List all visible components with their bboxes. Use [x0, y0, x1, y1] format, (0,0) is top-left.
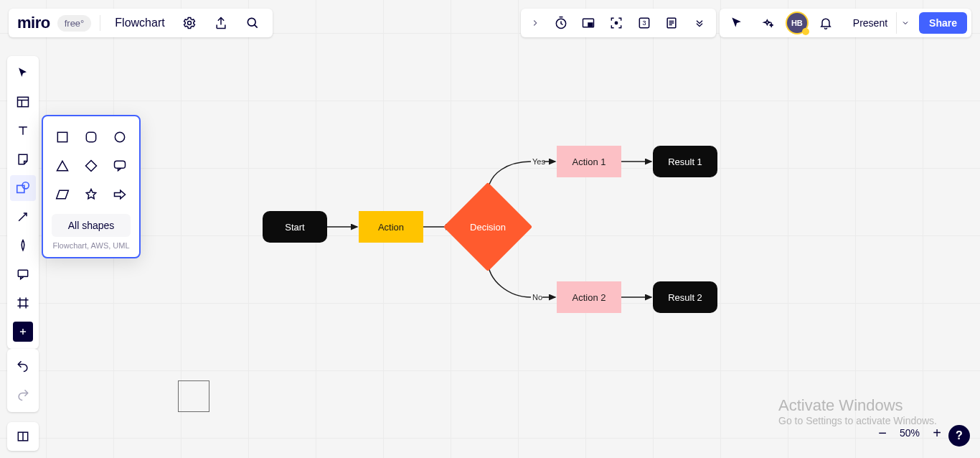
node-action[interactable]: Action [359, 211, 423, 243]
voting-button[interactable]: 3 [632, 11, 656, 35]
expand-panel-button[interactable] [525, 18, 545, 28]
shape-diamond[interactable] [82, 156, 100, 175]
tool-shapes[interactable] [10, 175, 36, 201]
svg-line-26 [19, 213, 27, 221]
board-name[interactable]: Flowchart [109, 17, 170, 29]
shape-parallelogram[interactable] [53, 185, 72, 204]
node-decision[interactable]: Decision [456, 195, 519, 258]
header-right: HB Present Share [720, 9, 971, 37]
svg-rect-19 [18, 97, 29, 106]
shape-arrow[interactable] [110, 185, 129, 204]
square-icon [55, 130, 70, 144]
shape-star[interactable] [82, 185, 100, 204]
tool-text[interactable] [10, 118, 36, 144]
speech-icon [113, 159, 127, 173]
user-avatar[interactable]: HB [787, 13, 807, 33]
gear-icon [182, 16, 197, 30]
timer-button[interactable] [549, 11, 573, 35]
present-button[interactable]: Present [844, 13, 896, 33]
zoom-in-button[interactable]: + [928, 424, 946, 441]
shape-circle[interactable] [110, 128, 129, 146]
all-shapes-button[interactable]: All shapes [52, 214, 131, 237]
shape-square[interactable] [53, 128, 72, 146]
chevron-right-icon [530, 18, 540, 28]
app-logo[interactable]: miro [16, 14, 52, 32]
notes-icon [664, 16, 679, 30]
redo-icon [16, 388, 30, 402]
map-toolbar [7, 422, 39, 451]
hide-icon [581, 16, 595, 30]
node-label: Result 2 [668, 292, 702, 303]
zoom-controls: − 50% + [874, 421, 946, 445]
focus-button[interactable] [604, 11, 628, 35]
plus-icon [18, 327, 28, 337]
present-dropdown[interactable] [896, 12, 913, 34]
focus-icon [609, 16, 623, 30]
shape-speech[interactable] [110, 156, 129, 175]
settings-button[interactable] [176, 10, 202, 36]
cursor-tracking-button[interactable] [724, 10, 750, 36]
undo-button[interactable] [10, 353, 36, 379]
help-label: ? [956, 429, 963, 442]
minimap-button[interactable] [10, 424, 36, 449]
notes-button[interactable] [659, 11, 684, 35]
timer-icon [554, 16, 568, 30]
arrow-icon [112, 187, 128, 202]
tool-add[interactable] [13, 322, 33, 342]
tool-connector[interactable] [10, 204, 36, 230]
tool-pen[interactable] [10, 233, 36, 258]
pen-icon [16, 238, 30, 253]
circle-icon [113, 130, 127, 144]
node-label: Start [285, 222, 304, 233]
tool-sticky[interactable] [10, 146, 36, 172]
triangle-icon [55, 159, 70, 173]
node-start[interactable]: Start [263, 211, 327, 243]
svg-rect-39 [115, 161, 126, 168]
node-action1[interactable]: Action 1 [557, 146, 621, 177]
node-action2[interactable]: Action 2 [557, 281, 621, 313]
reactions-button[interactable] [755, 10, 781, 36]
tool-select[interactable] [10, 60, 36, 86]
node-label: Action 2 [573, 292, 606, 303]
notifications-button[interactable] [813, 10, 839, 36]
zoom-out-button[interactable]: − [874, 424, 891, 441]
shape-rounded[interactable] [82, 128, 100, 146]
left-toolbar [7, 56, 39, 349]
chevron-down-icon [901, 19, 910, 27]
svg-point-38 [115, 132, 124, 141]
sparkle-icon [761, 16, 776, 30]
share-button[interactable]: Share [919, 12, 967, 34]
node-result2[interactable]: Result 2 [653, 281, 717, 313]
ghost-shape[interactable] [178, 380, 209, 412]
template-icon [16, 95, 30, 109]
node-result1[interactable]: Result 1 [653, 146, 717, 177]
frame-icon [16, 296, 30, 310]
star-icon [84, 187, 98, 202]
svg-text:3: 3 [642, 19, 646, 27]
svg-point-6 [187, 22, 191, 25]
shape-triangle[interactable] [53, 156, 72, 175]
chevron-down-double-icon [694, 17, 705, 29]
tool-frame[interactable] [10, 290, 36, 316]
export-button[interactable] [208, 10, 234, 36]
undo-redo-toolbar [7, 349, 39, 412]
more-apps-button[interactable] [687, 11, 712, 35]
avatar-initials: HB [791, 19, 803, 27]
rounded-icon [84, 130, 98, 144]
plan-badge[interactable]: free° [57, 15, 92, 32]
svg-point-7 [248, 18, 255, 26]
node-label: Action 1 [573, 156, 606, 167]
header-center: 3 [521, 9, 716, 37]
comment-icon [16, 267, 30, 281]
search-button[interactable] [240, 10, 265, 36]
divider [100, 15, 100, 31]
redo-button[interactable] [10, 382, 36, 408]
hide-frame-button[interactable] [576, 11, 600, 35]
connector-icon [16, 210, 30, 224]
help-button[interactable]: ? [948, 425, 970, 447]
tool-templates[interactable] [10, 89, 36, 115]
zoom-percent[interactable]: 50% [900, 427, 920, 439]
tool-comment[interactable] [10, 261, 36, 287]
voting-icon: 3 [637, 16, 651, 30]
search-icon [245, 16, 260, 30]
